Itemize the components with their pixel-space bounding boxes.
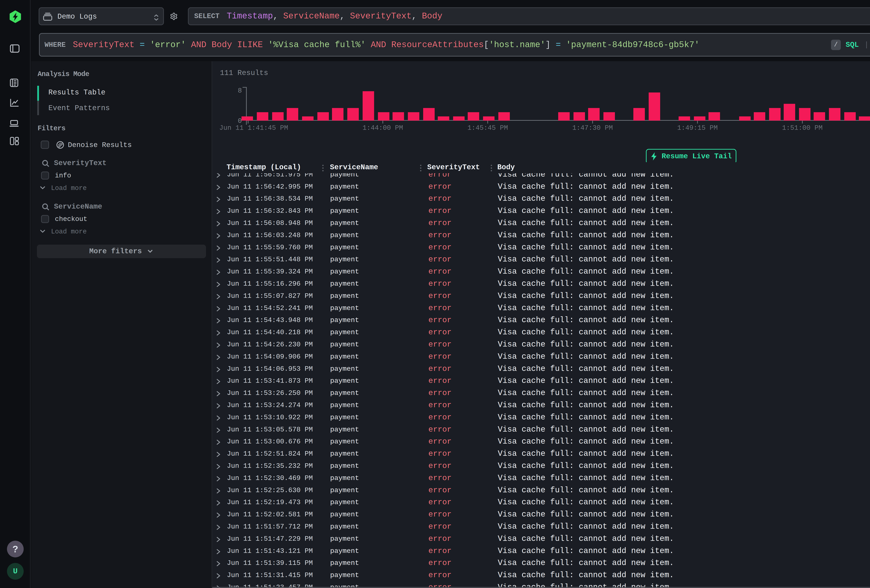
svg-text:0: 0 (238, 117, 242, 125)
svg-text:1:45:45 PM: 1:45:45 PM (467, 124, 508, 132)
svg-text:1:49:15 PM: 1:49:15 PM (677, 124, 718, 132)
svg-text:1:47:30 PM: 1:47:30 PM (572, 124, 613, 132)
svg-text:1:44:00 PM: 1:44:00 PM (363, 124, 403, 132)
svg-text:8: 8 (238, 87, 242, 95)
svg-text:1:51:00 PM: 1:51:00 PM (782, 124, 823, 132)
svg-text:Jun 11 1:41:45 PM: Jun 11 1:41:45 PM (219, 124, 288, 132)
